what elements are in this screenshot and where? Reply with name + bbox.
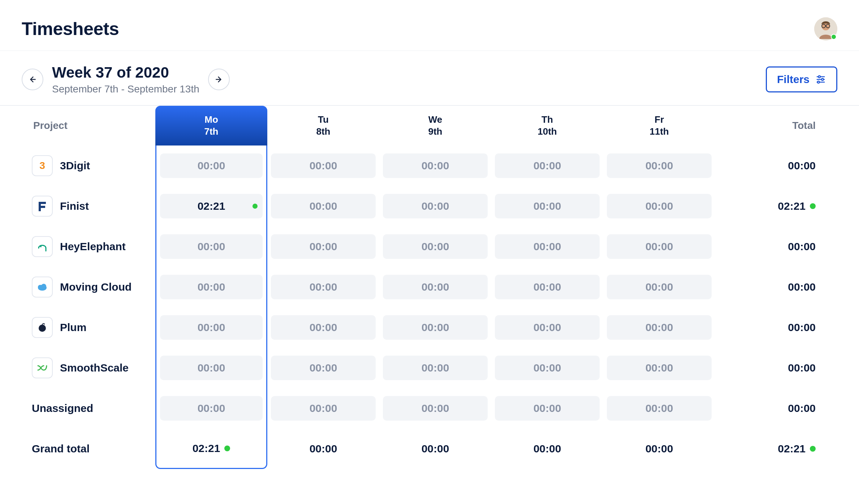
time-cell[interactable]: 00:00 xyxy=(495,315,600,340)
time-value: 00:00 xyxy=(310,281,337,293)
time-cell[interactable]: 00:00 xyxy=(383,356,488,380)
time-cell[interactable]: 00:00 xyxy=(160,275,263,299)
svg-point-19 xyxy=(39,325,46,332)
row-total: 00:00 xyxy=(715,160,837,172)
time-cell[interactable]: 02:21 xyxy=(160,194,263,218)
time-cell[interactable]: 00:00 xyxy=(160,234,263,259)
week-title: Week 37 of 2020 xyxy=(52,64,199,81)
time-cell[interactable]: 00:00 xyxy=(271,356,376,380)
day-ordinal: 8th xyxy=(316,126,331,137)
page-title: Timesheets xyxy=(22,18,119,39)
time-value: 00:00 xyxy=(422,362,449,374)
time-value: 00:00 xyxy=(646,160,673,172)
time-cell[interactable]: 00:00 xyxy=(495,275,600,299)
project-cell[interactable]: SmoothScale xyxy=(22,357,155,378)
time-cell[interactable]: 00:00 xyxy=(607,315,712,340)
svg-text:3: 3 xyxy=(39,160,45,171)
time-cell[interactable]: 00:00 xyxy=(160,356,263,380)
svg-point-15 xyxy=(40,246,42,247)
arrow-left-icon xyxy=(28,75,37,84)
project-name: Plum xyxy=(60,321,86,334)
row-total: 00:00 xyxy=(715,281,837,293)
time-cell[interactable]: 00:00 xyxy=(495,194,600,218)
time-cell[interactable]: 00:00 xyxy=(271,153,376,178)
project-cell[interactable]: Plum xyxy=(22,317,155,338)
project-cell[interactable]: HeyElephant xyxy=(22,236,155,257)
time-value: 00:00 xyxy=(310,240,337,253)
project-icon: 3 xyxy=(32,155,53,176)
row-total: 00:00 xyxy=(715,240,837,253)
time-value: 00:00 xyxy=(534,321,561,334)
time-cell[interactable]: 00:00 xyxy=(607,234,712,259)
time-cell[interactable]: 00:00 xyxy=(607,396,712,421)
avatar[interactable] xyxy=(814,17,837,40)
project-icon xyxy=(32,317,53,338)
day-header-tu[interactable]: Tu 8th xyxy=(267,106,379,145)
day-abbr: Fr xyxy=(655,114,664,125)
time-cell[interactable]: 00:00 xyxy=(383,194,488,218)
time-cell[interactable]: 00:00 xyxy=(383,234,488,259)
time-cell[interactable]: 00:00 xyxy=(271,275,376,299)
day-header-we[interactable]: We 9th xyxy=(379,106,491,145)
time-cell[interactable]: 00:00 xyxy=(495,356,600,380)
project-cell[interactable]: Moving Cloud xyxy=(22,277,155,297)
project-cell[interactable]: Finist xyxy=(22,196,155,217)
time-cell[interactable]: 00:00 xyxy=(383,396,488,421)
time-cell[interactable]: 00:00 xyxy=(160,153,263,178)
filters-button[interactable]: Filters xyxy=(766,66,837,92)
day-header-mo[interactable]: Mo 7th xyxy=(155,106,267,145)
time-cell[interactable]: 00:00 xyxy=(495,234,600,259)
time-cell[interactable]: 00:00 xyxy=(383,153,488,178)
time-value: 00:00 xyxy=(310,402,337,414)
project-cell[interactable]: Unassigned xyxy=(22,402,155,414)
project-name: Finist xyxy=(60,200,89,212)
time-cell[interactable]: 00:00 xyxy=(383,315,488,340)
day-header-fr[interactable]: Fr 11th xyxy=(603,106,715,145)
time-value: 00:00 xyxy=(198,321,225,334)
day-abbr: Tu xyxy=(318,114,329,125)
time-cell[interactable]: 00:00 xyxy=(607,153,712,178)
time-value: 00:00 xyxy=(422,402,449,414)
time-cell[interactable]: 00:00 xyxy=(160,396,263,421)
time-value: 00:00 xyxy=(646,402,673,414)
time-value: 00:00 xyxy=(422,160,449,172)
time-value: 00:00 xyxy=(422,240,449,253)
day-header-th[interactable]: Th 10th xyxy=(491,106,603,145)
grand-total-label: Grand total xyxy=(32,443,90,455)
time-cell[interactable]: 00:00 xyxy=(607,356,712,380)
time-value: 00:00 xyxy=(534,402,561,414)
time-cell[interactable]: 00:00 xyxy=(383,275,488,299)
grand-total-day: 00:00 xyxy=(310,429,337,469)
grand-total-day-value: 00:00 xyxy=(422,443,449,455)
running-dot-icon xyxy=(252,204,258,209)
time-cell[interactable]: 00:00 xyxy=(607,194,712,218)
table-row: HeyElephant 00:00 00:00 00:00 xyxy=(22,226,837,267)
running-dot-icon xyxy=(810,203,816,209)
time-cell[interactable]: 00:00 xyxy=(271,234,376,259)
row-total-value: 00:00 xyxy=(788,321,816,334)
time-value: 00:00 xyxy=(198,402,225,414)
time-cell[interactable]: 00:00 xyxy=(495,153,600,178)
time-cell[interactable]: 00:00 xyxy=(495,396,600,421)
prev-week-button[interactable] xyxy=(22,69,43,90)
grand-total-value: 02:21 xyxy=(778,443,806,455)
time-cell[interactable]: 00:00 xyxy=(160,315,263,340)
time-value: 00:00 xyxy=(310,321,337,334)
day-ordinal: 7th xyxy=(204,126,219,137)
row-total-value: 00:00 xyxy=(788,402,816,414)
time-cell[interactable]: 00:00 xyxy=(271,315,376,340)
table-row: Plum 00:00 00:00 00:00 xyxy=(22,307,837,348)
grand-total-day: 00:00 xyxy=(422,429,449,469)
sliders-icon xyxy=(815,74,826,85)
row-total: 00:00 xyxy=(715,402,837,414)
table-row: Finist 02:21 00:00 00:00 xyxy=(22,186,837,226)
time-cell[interactable]: 00:00 xyxy=(271,396,376,421)
project-cell[interactable]: 33Digit xyxy=(22,155,155,176)
time-cell[interactable]: 00:00 xyxy=(607,275,712,299)
next-week-button[interactable] xyxy=(208,69,230,90)
grand-total-day-value: 00:00 xyxy=(646,443,673,455)
column-header-project: Project xyxy=(22,120,155,131)
time-cell[interactable]: 00:00 xyxy=(271,194,376,218)
time-value: 00:00 xyxy=(646,281,673,293)
column-header-total: Total xyxy=(715,120,837,131)
